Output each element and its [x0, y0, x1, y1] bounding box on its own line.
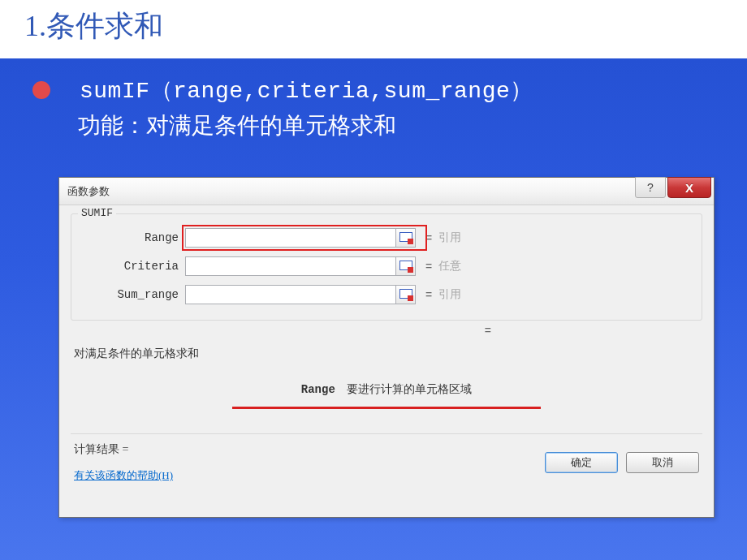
close-button[interactable]: X	[667, 177, 711, 198]
bottom-left: 计算结果 = 有关该函数的帮助(H)	[74, 442, 173, 483]
function-description-text: 对满足条件的单元格求和	[71, 347, 702, 361]
criteria-input-wrap	[185, 256, 416, 276]
bottom-row: 计算结果 = 有关该函数的帮助(H) 确定 取消	[71, 442, 702, 483]
cancel-button[interactable]: 取消	[626, 452, 699, 473]
range-input-wrap	[185, 228, 416, 248]
range-input[interactable]	[185, 228, 396, 248]
criteria-label: Criteria	[80, 260, 185, 273]
range-ref-button[interactable]	[396, 228, 416, 248]
form-row-range: Range = 引用	[80, 227, 693, 248]
form-row-criteria: Criteria = 任意	[80, 256, 693, 277]
form-row-sumrange: Sum_range = 引用	[80, 284, 693, 305]
help-icon: ?	[647, 181, 654, 194]
criteria-hint: 任意	[438, 259, 461, 274]
sumrange-label: Sum_range	[80, 288, 185, 301]
formula-text: sumIF（range,criteria,sum_range）	[80, 75, 533, 106]
function-name-legend: SUMIF	[78, 207, 116, 219]
ref-edit-icon	[399, 289, 412, 300]
function-description: 功能：对满足条件的单元格求和	[78, 110, 715, 141]
result-label: 计算结果 =	[74, 442, 173, 457]
dialog-title: 函数参数	[67, 184, 110, 199]
slide-title: 1.条件求和	[24, 6, 723, 46]
criteria-ref-button[interactable]	[396, 256, 416, 276]
equals-sign: =	[425, 288, 432, 301]
result-equals-line: =	[71, 324, 702, 337]
slide: 1.条件求和 sumIF（range,criteria,sum_range） 功…	[0, 0, 747, 560]
help-button[interactable]: ?	[635, 177, 666, 198]
range-hint: 引用	[438, 230, 461, 245]
ref-edit-icon	[399, 232, 412, 243]
param-description: Range 要进行计算的单元格区域	[71, 382, 702, 397]
equals-sign: =	[425, 231, 432, 244]
title-area: 1.条件求和	[0, 0, 747, 58]
sumrange-input-wrap	[185, 285, 416, 304]
divider	[71, 433, 702, 434]
titlebar-buttons: ? X	[635, 178, 714, 205]
criteria-input[interactable]	[185, 256, 396, 276]
button-group: 确定 取消	[545, 452, 699, 473]
param-name: Range	[301, 383, 335, 396]
bullet-line: sumIF（range,criteria,sum_range）	[32, 75, 715, 106]
ok-button[interactable]: 确定	[545, 452, 618, 473]
function-arguments-dialog: 函数参数 ? X SUMIF Range	[58, 177, 715, 518]
dialog-titlebar: 函数参数 ? X	[59, 178, 714, 205]
range-label: Range	[80, 231, 185, 244]
function-fieldset: SUMIF Range = 引用 Criteria	[71, 213, 702, 321]
red-underline	[232, 407, 541, 409]
sumrange-hint: 引用	[438, 287, 461, 302]
sumrange-input[interactable]	[185, 285, 396, 304]
ref-edit-icon	[399, 261, 412, 272]
dialog-body: SUMIF Range = 引用 Criteria	[59, 205, 714, 489]
close-icon: X	[685, 181, 693, 195]
bullet-icon	[32, 81, 50, 99]
param-text: 要进行计算的单元格区域	[347, 383, 472, 396]
help-link[interactable]: 有关该函数的帮助(H)	[74, 468, 173, 483]
equals-sign: =	[425, 260, 432, 273]
sumrange-ref-button[interactable]	[396, 285, 416, 304]
